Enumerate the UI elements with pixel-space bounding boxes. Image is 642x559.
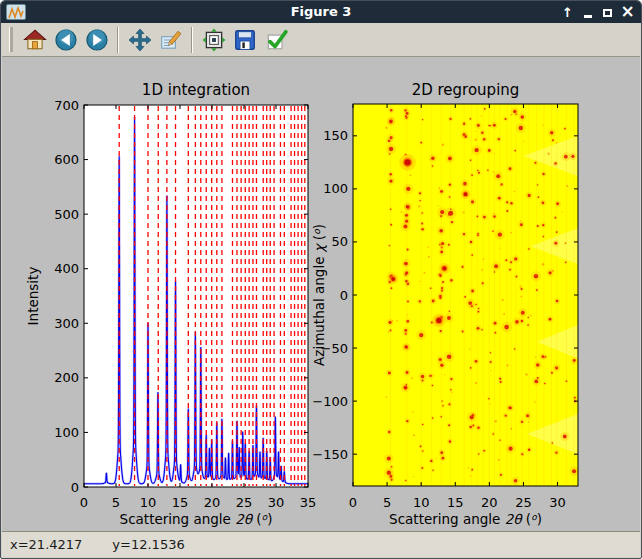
plots-svg[interactable]: 0510152025303501002003004005006007001D i… bbox=[2, 57, 642, 532]
shade-button[interactable]: ↑ bbox=[561, 4, 574, 20]
svg-text:500: 500 bbox=[54, 207, 79, 222]
svg-text:30: 30 bbox=[549, 495, 566, 510]
svg-text:150: 150 bbox=[323, 128, 348, 143]
svg-text:25: 25 bbox=[236, 495, 253, 510]
1d-integration-axes: 0510152025303501002003004005006007001D i… bbox=[25, 81, 316, 527]
svg-text:20: 20 bbox=[204, 495, 221, 510]
svg-text:600: 600 bbox=[54, 152, 79, 167]
figure-window: Figure 3 ↑ × bbox=[0, 0, 642, 559]
plot-toolbar bbox=[2, 23, 640, 57]
svg-text:Scattering angle 2θ (o): Scattering angle 2θ (o) bbox=[120, 511, 273, 527]
svg-text:2D regrouping: 2D regrouping bbox=[412, 81, 520, 99]
save-floppy-icon bbox=[233, 28, 257, 52]
svg-text:0: 0 bbox=[71, 480, 79, 495]
back-arrow-icon bbox=[54, 28, 78, 52]
svg-text:−150: −150 bbox=[312, 447, 348, 462]
svg-text:0: 0 bbox=[340, 288, 348, 303]
cursor-y-readout: y=12.1536 bbox=[112, 537, 184, 552]
svg-text:5: 5 bbox=[112, 495, 120, 510]
home-button[interactable] bbox=[20, 25, 49, 54]
checkmark-icon bbox=[264, 28, 288, 52]
svg-text:20: 20 bbox=[481, 495, 498, 510]
svg-text:700: 700 bbox=[54, 98, 79, 113]
cursor-x-readout: x=21.4217 bbox=[10, 537, 82, 552]
svg-text:10: 10 bbox=[413, 495, 430, 510]
close-button[interactable]: × bbox=[621, 4, 634, 20]
svg-text:50: 50 bbox=[331, 234, 348, 249]
figure-canvas[interactable]: 0510152025303501002003004005006007001D i… bbox=[2, 57, 640, 532]
2d-regrouping-axes: 051015202530−150−100−500501001502D regro… bbox=[311, 81, 579, 527]
apply-button[interactable] bbox=[261, 25, 290, 54]
up-arrow-icon: ↑ bbox=[562, 6, 573, 19]
svg-text:Azimuthal angle χ (o): Azimuthal angle χ (o) bbox=[311, 224, 327, 366]
svg-text:400: 400 bbox=[54, 261, 79, 276]
pan-button[interactable] bbox=[125, 25, 154, 54]
toolbar-separator bbox=[117, 27, 119, 53]
minimize-icon bbox=[584, 15, 592, 18]
forward-arrow-icon bbox=[85, 28, 109, 52]
svg-text:Scattering angle 2θ (o): Scattering angle 2θ (o) bbox=[389, 511, 542, 527]
svg-text:5: 5 bbox=[383, 495, 391, 510]
maximize-button[interactable] bbox=[601, 4, 614, 20]
subplots-icon bbox=[202, 28, 226, 52]
svg-text:25: 25 bbox=[515, 495, 532, 510]
save-button[interactable] bbox=[230, 25, 259, 54]
minimize-button[interactable] bbox=[581, 4, 594, 20]
pan-arrows-icon bbox=[128, 28, 152, 52]
svg-text:100: 100 bbox=[54, 425, 79, 440]
toolbar-grip[interactable] bbox=[9, 27, 13, 52]
edit-pencil-icon bbox=[159, 28, 183, 52]
titlebar-buttons: ↑ × bbox=[561, 1, 634, 23]
svg-text:30: 30 bbox=[268, 495, 285, 510]
svg-text:−100: −100 bbox=[312, 394, 348, 409]
forward-button[interactable] bbox=[82, 25, 111, 54]
svg-text:15: 15 bbox=[172, 495, 189, 510]
edit-button[interactable] bbox=[156, 25, 185, 54]
svg-text:10: 10 bbox=[140, 495, 157, 510]
svg-text:200: 200 bbox=[54, 370, 79, 385]
svg-text:35: 35 bbox=[300, 495, 317, 510]
svg-text:0: 0 bbox=[80, 495, 88, 510]
maximize-icon bbox=[603, 9, 612, 17]
svg-text:100: 100 bbox=[323, 181, 348, 196]
svg-text:1D integration: 1D integration bbox=[142, 81, 250, 99]
svg-text:300: 300 bbox=[54, 316, 79, 331]
back-button[interactable] bbox=[51, 25, 80, 54]
close-icon: × bbox=[620, 3, 634, 20]
configure-subplots-button[interactable] bbox=[199, 25, 228, 54]
toolbar-separator bbox=[191, 27, 193, 53]
svg-text:0: 0 bbox=[349, 495, 357, 510]
titlebar[interactable]: Figure 3 ↑ × bbox=[1, 1, 641, 23]
window-title: Figure 3 bbox=[1, 1, 641, 23]
svg-text:15: 15 bbox=[447, 495, 464, 510]
statusbar: x=21.4217 y=12.1536 bbox=[2, 531, 640, 557]
svg-text:Intensity: Intensity bbox=[25, 267, 41, 326]
home-icon bbox=[23, 28, 47, 52]
